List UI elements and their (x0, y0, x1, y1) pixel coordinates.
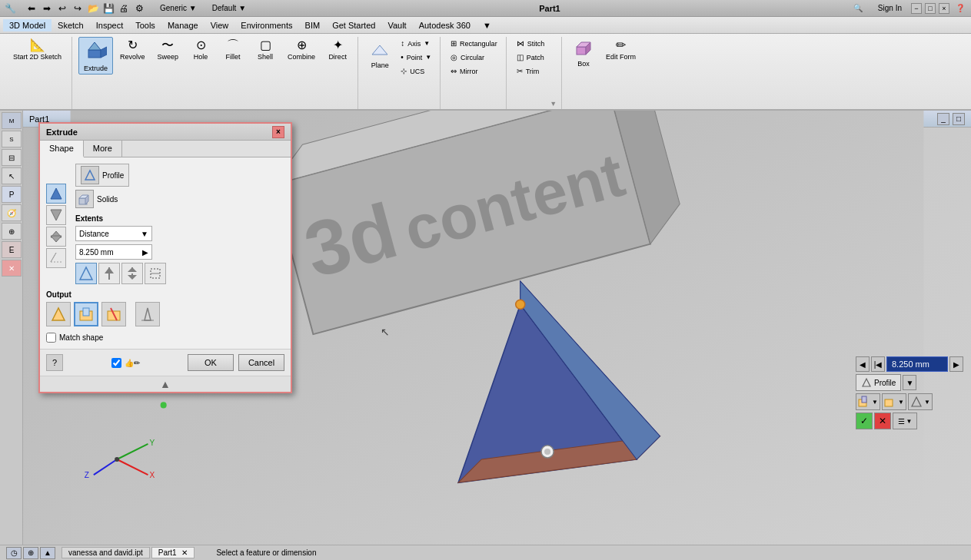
box-btn[interactable]: Box (568, 37, 599, 70)
profile-select-btn[interactable]: Profile (75, 164, 129, 187)
minimize-btn[interactable]: − (911, 3, 922, 14)
point-dropdown[interactable]: ▼ (425, 54, 431, 61)
qa-open[interactable]: 📂 (86, 2, 100, 15)
shell-btn[interactable]: ▢ Shell (250, 37, 281, 63)
status-tab-doc[interactable]: vanessa and david.ipt (62, 547, 150, 558)
dir-icon-1[interactable] (75, 263, 97, 284)
sidebar-model-btn[interactable]: M (2, 112, 22, 129)
qa-back[interactable]: ⬅ (25, 2, 38, 15)
direction-btn-4[interactable] (46, 248, 66, 268)
direction-btn-2[interactable] (46, 205, 66, 225)
patch-btn[interactable]: ◫ Patch (513, 51, 549, 64)
sidebar-close-btn[interactable]: ✕ (2, 260, 22, 277)
float-confirm-btn[interactable]: ✓ (856, 413, 873, 429)
menu-view[interactable]: View (205, 19, 235, 31)
close-btn[interactable]: × (939, 3, 949, 14)
style-dropdown[interactable]: Generic ▼ (154, 4, 203, 12)
qa-settings[interactable]: ⚙ (132, 2, 146, 15)
qa-save[interactable]: 💾 (101, 2, 115, 15)
sidebar-nav-btn[interactable]: 🧭 (2, 204, 22, 221)
float-left-bracket[interactable]: |◀ (871, 356, 885, 372)
menu-manage[interactable]: Manage (161, 19, 205, 31)
combine-btn[interactable]: ⊕ Combine (282, 37, 321, 63)
start-2d-sketch-btn[interactable]: 📐 Start 2D Sketch (8, 37, 67, 64)
search-box[interactable]: 🔍 (847, 4, 869, 12)
dialog-tab-shape[interactable]: Shape (40, 141, 84, 157)
axis-dropdown[interactable]: ▼ (424, 40, 430, 47)
sidebar-origin-btn[interactable]: ⊕ (2, 223, 22, 240)
sidebar-part-btn[interactable]: P (2, 186, 22, 203)
taper-btn[interactable] (46, 302, 71, 326)
float-next-btn[interactable]: ▶ (949, 356, 963, 372)
plane-btn[interactable]: Plane (364, 37, 395, 71)
view-dropdown[interactable]: Default ▼ (206, 4, 252, 12)
float-output-btn2[interactable]: ▼ (882, 393, 906, 410)
float-output-btn3[interactable]: ▼ (908, 393, 933, 410)
rectangular-btn[interactable]: ⊞ Rectangular (447, 37, 501, 50)
distance-input[interactable]: 8.250 mm ▶ (75, 244, 152, 260)
sidebar-select-btn[interactable]: ↖ (2, 167, 22, 184)
dialog-tab-more[interactable]: More (84, 141, 122, 157)
cut-output-btn[interactable] (101, 302, 126, 326)
circular-btn[interactable]: ◎ Circular (447, 51, 501, 64)
menu-environments[interactable]: Environments (234, 19, 298, 31)
dir-icon-4[interactable] (145, 263, 166, 284)
status-icon-1[interactable]: ◷ (6, 547, 22, 559)
float-options-btn[interactable]: ☰ ▼ (893, 413, 917, 429)
float-cancel-btn[interactable]: ✕ (874, 413, 891, 429)
menu-more[interactable]: ▼ (477, 19, 497, 31)
menu-bim[interactable]: BIM (299, 19, 327, 31)
sign-in-btn[interactable]: Sign In (872, 4, 908, 12)
sidebar-filter-btn[interactable]: ⊟ (2, 149, 22, 166)
float-join-btn[interactable]: ▼ (856, 393, 880, 410)
float-prev-btn[interactable]: ◀ (856, 356, 870, 372)
direction-btn-3[interactable] (46, 227, 66, 247)
extents-type-select[interactable]: Distance ▼ (75, 226, 152, 241)
menu-inspect[interactable]: Inspect (90, 19, 129, 31)
dialog-close-btn[interactable]: × (272, 126, 284, 138)
maximize-btn[interactable]: □ (925, 3, 936, 14)
match-shape-checkbox[interactable] (46, 333, 56, 343)
status-tab-part[interactable]: Part1 ✕ (151, 547, 195, 558)
direct-btn[interactable]: ✦ Direct (322, 37, 353, 63)
trim-btn[interactable]: ✂ Trim (513, 65, 549, 78)
hole-btn[interactable]: ⊙ Hole (185, 37, 216, 63)
tab-close-btn[interactable]: ✕ (181, 548, 188, 557)
distance-btn[interactable]: ▶ (142, 248, 148, 257)
dialog-help-btn[interactable]: ? (46, 354, 63, 371)
menu-tools[interactable]: Tools (129, 19, 161, 31)
axis-btn[interactable]: ↕ Axis ▼ (397, 37, 435, 50)
footer-checkbox[interactable] (111, 358, 121, 368)
float-distance-input[interactable]: 8.250 mm (886, 356, 948, 372)
join-output-btn[interactable] (74, 302, 98, 326)
menu-3dmodel[interactable]: 3D Model (3, 19, 52, 31)
cancel-button[interactable]: Cancel (238, 354, 284, 371)
status-icon-3[interactable]: ▲ (40, 547, 55, 559)
menu-sketch[interactable]: Sketch (52, 19, 90, 31)
sidebar-sketch-btn[interactable]: S (2, 131, 22, 147)
ucs-btn[interactable]: ⊹ UCS (397, 65, 435, 78)
float-profile-dropdown[interactable]: ▼ (903, 375, 916, 390)
qa-undo[interactable]: ↩ (55, 2, 69, 15)
qa-print[interactable]: 🖨 (117, 2, 131, 15)
menu-vault[interactable]: Vault (381, 19, 412, 31)
fillet-btn[interactable]: ⌒ Fillet (218, 37, 248, 63)
stitch-btn[interactable]: ⋈ Stitch (513, 37, 549, 50)
dir-icon-3[interactable] (121, 263, 143, 284)
revolve-btn[interactable]: ↻ Revolve (115, 37, 151, 63)
dir-icon-2[interactable] (98, 263, 120, 284)
extrude-btn[interactable]: Extrude (78, 37, 113, 75)
status-icon-2[interactable]: ⊕ (23, 547, 38, 559)
surface-dropdown[interactable]: ▼ (550, 100, 557, 109)
menu-autodesk360[interactable]: Autodesk 360 (413, 19, 477, 31)
menu-getstarted[interactable]: Get Started (326, 19, 381, 31)
float-profile-btn[interactable]: Profile (856, 374, 901, 391)
ok-button[interactable]: OK (188, 354, 234, 371)
sweep-btn[interactable]: 〜 Sweep (152, 37, 185, 63)
qa-forward[interactable]: ➡ (40, 2, 54, 15)
mirror-btn[interactable]: ⇔ Mirror (447, 65, 501, 78)
qa-redo[interactable]: ↪ (71, 2, 85, 15)
taper-angle-btn[interactable] (135, 302, 160, 326)
edit-form-btn[interactable]: ✏ Edit Form (600, 37, 641, 64)
point-btn[interactable]: • Point ▼ (397, 51, 435, 64)
